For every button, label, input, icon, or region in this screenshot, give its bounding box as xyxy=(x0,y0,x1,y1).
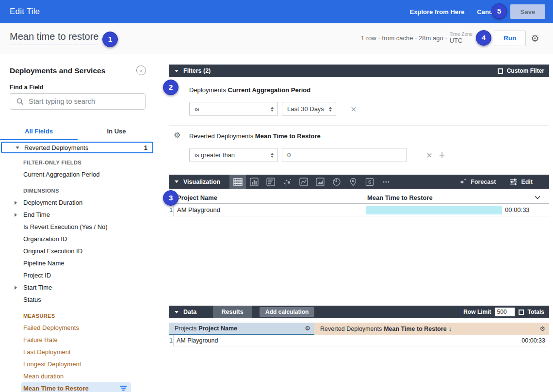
filter-field: Mean Time to Restore xyxy=(255,132,321,140)
add-calculation-button[interactable]: Add calculation xyxy=(260,307,314,317)
sidebar-field-item[interactable]: End Time xyxy=(0,209,154,221)
search-input[interactable] xyxy=(29,98,145,105)
column-menu-chevron-icon[interactable] xyxy=(535,196,540,199)
totals-checkbox[interactable] xyxy=(519,310,524,315)
sidebar-field-item[interactable]: Failed Deployments xyxy=(0,322,154,334)
viz-type-picker: 6 xyxy=(229,175,394,189)
data-section-bar[interactable]: Data Results Add calculation Row Limit T… xyxy=(169,306,549,318)
gear-icon[interactable]: ⚙ xyxy=(305,325,310,331)
filter-value-select[interactable]: Last 30 Days xyxy=(282,102,336,116)
filters-panel: Filters (2) Custom Filter Deployments Cu… xyxy=(169,65,549,171)
sidebar-field-item[interactable]: Failure Rate xyxy=(0,334,154,346)
sidebar-field-item[interactable]: Deployment Duration xyxy=(0,196,154,209)
column-label: Mean Time to Restore xyxy=(367,194,433,201)
filter-scope: Reverted Deployments xyxy=(189,132,253,140)
sidebar-field-item[interactable]: Original Execution ID xyxy=(0,245,154,257)
edit-viz-button[interactable]: Edit xyxy=(509,178,533,186)
filter-field-label: Reverted Deployments Mean Time to Restor… xyxy=(189,132,321,140)
find-a-field-label: Find a Field xyxy=(10,84,43,91)
pie-chart-viz-icon[interactable] xyxy=(328,175,345,189)
line-chart-viz-icon[interactable] xyxy=(295,175,312,189)
custom-filter-control: Custom Filter xyxy=(498,67,544,74)
remove-filter-icon[interactable]: × xyxy=(351,104,357,114)
more-viz-types-icon[interactable] xyxy=(378,175,394,189)
sidebar-field-item-selected[interactable]: Mean Time to Restore xyxy=(21,382,131,392)
sidebar-field-item[interactable]: Organization ID xyxy=(0,233,154,245)
custom-filter-checkbox[interactable] xyxy=(498,68,503,74)
timezone-block: Time Zone UTC xyxy=(450,32,472,44)
sidebar-field-item[interactable]: Start Time xyxy=(0,281,154,294)
chevron-right-icon[interactable] xyxy=(15,213,17,217)
bar-chart-viz-icon[interactable] xyxy=(262,175,279,189)
field-search-box[interactable] xyxy=(10,93,146,110)
map-pin-viz-icon[interactable] xyxy=(345,175,361,189)
explore-title: Deployments and Services xyxy=(10,66,105,75)
tile-title[interactable]: Mean time to restore xyxy=(10,31,98,45)
filter-value-input[interactable] xyxy=(282,148,407,162)
viz-column-header[interactable]: Project Name xyxy=(169,194,364,201)
explore-main-area: Filters (2) Custom Filter Deployments Cu… xyxy=(155,53,553,392)
filter-operator-select[interactable]: is xyxy=(189,102,278,116)
view-reverted-deployments[interactable]: Reverted Deployments 1 xyxy=(1,142,153,153)
visualization-section-bar[interactable]: Visualization xyxy=(169,175,549,189)
area-chart-viz-icon[interactable] xyxy=(312,175,328,189)
run-button[interactable]: Run xyxy=(494,31,526,46)
sidebar-field-item[interactable]: Status xyxy=(0,294,154,306)
edit-label: Edit xyxy=(521,179,533,185)
data-panel: Data Results Add calculation Row Limit T… xyxy=(169,306,549,369)
chevron-down-icon xyxy=(175,180,179,183)
sidebar-field-item[interactable]: Pipeline Name xyxy=(0,257,154,269)
gear-icon[interactable]: ⚙ xyxy=(539,326,545,332)
add-filter-icon[interactable]: + xyxy=(439,150,445,161)
select-arrows-icon xyxy=(329,107,332,112)
filters-section-bar[interactable]: Filters (2) Custom Filter xyxy=(169,65,549,77)
chevron-right-icon[interactable] xyxy=(15,201,17,205)
section-heading: FILTER-ONLY FIELDS xyxy=(0,156,154,168)
remove-filter-icon[interactable]: × xyxy=(426,150,432,160)
timezone-value: UTC xyxy=(450,37,472,45)
sidebar-field-item[interactable]: Is Revert Execution (Yes / No) xyxy=(0,221,154,233)
data-column-header-measure[interactable]: Reverted Deployments Mean Time to Restor… xyxy=(314,323,549,335)
results-tab[interactable]: Results xyxy=(213,306,252,318)
data-result-table: Projects Project Name ⚙ Reverted Deploym… xyxy=(169,323,549,346)
scatter-viz-icon[interactable] xyxy=(279,175,295,189)
single-value-viz-icon[interactable]: 6 xyxy=(361,175,378,189)
table-viz-icon[interactable] xyxy=(229,175,246,189)
column-chart-viz-icon[interactable] xyxy=(246,175,262,189)
section-heading: DIMENSIONS xyxy=(0,184,154,196)
tab-all-fields[interactable]: All Fields xyxy=(0,125,78,138)
viz-table-header: Project Name Mean Time to Restore xyxy=(169,192,549,204)
viz-table-row[interactable]: 1 AM Playground 00:00:33 xyxy=(169,204,549,216)
data-section-label: Data xyxy=(183,309,196,315)
gear-icon[interactable]: ⚙ xyxy=(531,33,539,43)
viz-bar-actions: Forecast Edit xyxy=(459,178,533,186)
forecast-button[interactable]: Forecast xyxy=(459,178,496,186)
sidebar-field-item[interactable]: Current Aggregation Period xyxy=(0,168,154,180)
sidebar-field-item[interactable]: Longest Deployment xyxy=(0,358,154,370)
save-button[interactable]: Save xyxy=(510,4,545,19)
svg-text:6: 6 xyxy=(368,179,371,185)
filter-value: Last 30 Days xyxy=(287,105,324,113)
row-limit-input[interactable] xyxy=(495,308,515,316)
filter-operator-select[interactable]: is greater than xyxy=(189,148,278,162)
sidebar-field-item[interactable]: Mean duration xyxy=(0,370,154,382)
data-column-header-dimension[interactable]: Projects Project Name ⚙ xyxy=(169,323,314,335)
viz-column-header[interactable]: Mean Time to Restore xyxy=(364,192,549,203)
collapse-sidebar-icon[interactable]: ‹ xyxy=(136,65,146,75)
cell-value: 00:00:33 xyxy=(314,337,549,344)
chevron-right-icon[interactable] xyxy=(15,286,17,290)
field-picker-sidebar: Deployments and Services ‹ Find a Field … xyxy=(0,53,155,392)
filter-icon[interactable] xyxy=(120,386,127,391)
custom-filter-label: Custom Filter xyxy=(507,67,544,74)
visualization-section-label: Visualization xyxy=(183,179,220,185)
select-arrows-icon xyxy=(271,107,274,112)
sidebar-field-item[interactable]: Project ID xyxy=(0,269,154,281)
gear-icon[interactable]: ⚙ xyxy=(174,131,180,139)
sidebar-field-item[interactable]: Last Deployment xyxy=(0,346,154,358)
cell-project-name: AM Playground xyxy=(174,206,363,213)
explore-from-here-link[interactable]: Explore from Here xyxy=(410,8,465,16)
data-table-row[interactable]: 1 AM Playground 00:00:33 xyxy=(169,335,549,346)
tab-in-use[interactable]: In Use xyxy=(78,125,155,138)
operator-value: is greater than xyxy=(195,151,235,159)
column-field: Project Name xyxy=(198,325,237,332)
